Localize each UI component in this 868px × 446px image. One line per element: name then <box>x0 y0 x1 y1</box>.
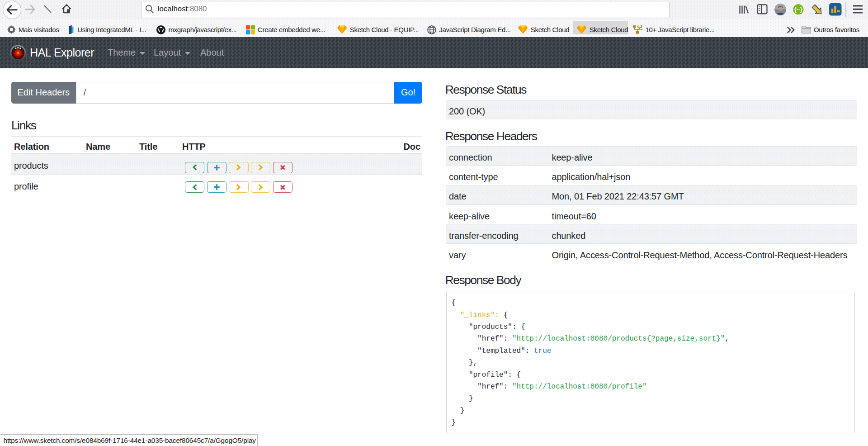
svg-text:{··}: {··} <box>794 6 802 13</box>
